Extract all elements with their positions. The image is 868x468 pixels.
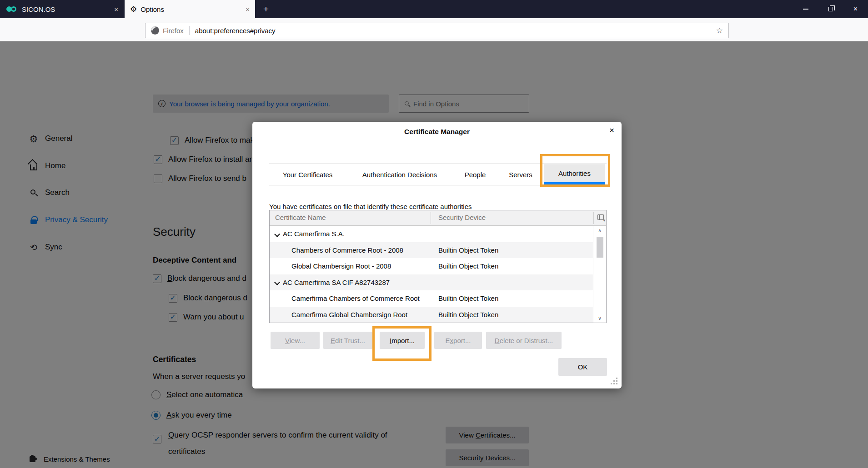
tab-title: Options [140, 5, 164, 13]
tab-people[interactable]: People [459, 164, 491, 185]
column-certificate-name[interactable]: Certificate Name [275, 214, 326, 221]
table-header: Certificate Name Security Device [270, 210, 606, 226]
dialog-close-button[interactable]: × [609, 125, 614, 135]
browser-window: SICON.OS × ⚙ Options × + × ← → ⟳ ⌂ Firef… [0, 0, 868, 468]
tab-servers[interactable]: Servers [505, 164, 537, 185]
table-row[interactable]: Camerfirma Chambers of Commerce Root Bui… [270, 290, 593, 307]
new-tab-button[interactable]: + [258, 0, 274, 18]
export-button[interactable]: Export... [434, 332, 482, 349]
dialog-tab-strip: Your Certificates Authentication Decisio… [269, 164, 607, 185]
resize-grip[interactable] [616, 383, 617, 384]
column-divider[interactable] [431, 212, 431, 224]
identity-label: Firefox [163, 27, 184, 35]
close-window-button[interactable]: × [843, 0, 868, 18]
tab-your-certificates[interactable]: Your Certificates [280, 164, 335, 185]
ok-button[interactable]: OK [558, 358, 607, 376]
dialog-description: You have certificates on file that ident… [269, 203, 472, 210]
chevron-down-icon[interactable] [275, 280, 280, 284]
tab-title: SICON.OS [22, 5, 55, 13]
scrollbar[interactable]: ∧ ∨ [593, 226, 606, 323]
delete-or-distrust-button[interactable]: Delete or Distrust... [486, 332, 562, 349]
minimize-button[interactable] [793, 0, 818, 18]
tab-sicon-os[interactable]: SICON.OS × [0, 0, 124, 18]
dialog-title: Certificate Manager [252, 128, 622, 136]
restore-icon [828, 7, 833, 11]
scroll-up-icon[interactable]: ∧ [593, 226, 606, 235]
gear-icon: ⚙ [130, 5, 137, 13]
import-button[interactable]: Import... [380, 332, 425, 349]
url-input[interactable] [195, 27, 716, 35]
window-controls: × [793, 0, 868, 18]
column-divider [593, 212, 594, 224]
tab-bar: SICON.OS × ⚙ Options × + × [0, 0, 868, 18]
chevron-down-icon[interactable] [275, 232, 280, 236]
table-row-group[interactable]: AC Camerfirma S.A. [270, 226, 593, 242]
column-security-device[interactable]: Security Device [438, 214, 486, 221]
window-close-icon: × [853, 5, 858, 13]
url-bar[interactable]: Firefox ☆ [145, 23, 729, 38]
table-row[interactable]: Camerfirma Global Chambersign Root Built… [270, 307, 593, 323]
restore-button[interactable] [818, 0, 843, 18]
close-tab-icon[interactable]: × [114, 5, 118, 13]
tab-options[interactable]: ⚙ Options × [125, 0, 255, 18]
scroll-down-icon[interactable]: ∨ [593, 314, 606, 323]
tab-authorities[interactable]: Authorities [544, 164, 605, 185]
sicon-logo-icon [6, 6, 17, 12]
firefox-icon [151, 26, 159, 35]
column-picker-icon[interactable] [597, 214, 604, 220]
edit-trust-button[interactable]: Edit Trust... [323, 332, 372, 349]
close-tab-icon[interactable]: × [246, 5, 250, 13]
table-row[interactable]: Chambers of Commerce Root - 2008 Builtin… [270, 242, 593, 259]
certificate-table: Certificate Name Security Device AC Came… [269, 210, 607, 323]
tab-authentication-decisions[interactable]: Authentication Decisions [358, 164, 442, 185]
scrollbar-thumb[interactable] [597, 237, 603, 258]
url-separator [189, 26, 190, 35]
view-button[interactable]: View... [271, 332, 320, 349]
table-row-group[interactable]: AC Camerfirma SA CIF A82743287 [270, 274, 593, 291]
minimize-icon [803, 9, 808, 10]
bookmark-star-icon[interactable]: ☆ [716, 26, 723, 35]
table-row[interactable]: Global Chambersign Root - 2008 Builtin O… [270, 258, 593, 274]
certificate-manager-dialog: Certificate Manager × Your Certificates … [252, 122, 622, 388]
